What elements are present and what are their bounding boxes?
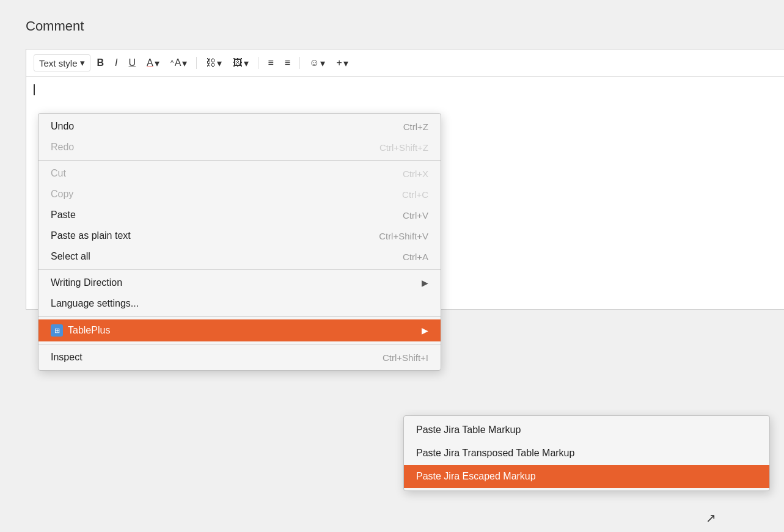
ctx-writing-direction-arrow: ▶ xyxy=(422,278,428,288)
ctx-copy-shortcut: Ctrl+C xyxy=(402,189,428,200)
ctx-writing-direction[interactable]: Writing Direction ▶ xyxy=(38,272,441,293)
more-button[interactable]: + ▾ xyxy=(332,55,352,71)
italic-button[interactable]: I xyxy=(111,55,122,71)
tableplus-submenu: Paste Jira Table Markup Paste Jira Trans… xyxy=(403,415,770,491)
ctx-paste-shortcut: Ctrl+V xyxy=(403,210,428,220)
link-button[interactable]: ⛓ ▾ xyxy=(202,55,226,71)
ctx-undo-label: Undo xyxy=(51,121,74,132)
sub-paste-jira-escaped[interactable]: Paste Jira Escaped Markup xyxy=(404,465,769,488)
ctx-tableplus-label-container: ⊞ TablePlus xyxy=(51,324,110,337)
link-chevron: ▾ xyxy=(217,57,222,69)
ordered-list-button[interactable]: ≡ xyxy=(280,55,295,71)
ctx-tableplus-label: TablePlus xyxy=(68,325,110,336)
ctx-paste-plain-shortcut: Ctrl+Shift+V xyxy=(379,231,428,241)
ctx-sep-2 xyxy=(38,269,441,270)
context-menu: Undo Ctrl+Z Redo Ctrl+Shift+Z Cut Ctrl+X… xyxy=(38,113,441,371)
image-button[interactable]: 🖼 ▾ xyxy=(229,55,253,71)
toolbar-divider-3 xyxy=(299,57,300,69)
ctx-paste[interactable]: Paste Ctrl+V xyxy=(38,205,441,225)
sub-paste-jira-transposed-label: Paste Jira Transposed Table Markup xyxy=(416,448,574,459)
text-style-dropdown[interactable]: Text style ▾ xyxy=(34,54,90,71)
mouse-cursor: ↗ xyxy=(706,511,716,525)
ctx-cut: Cut Ctrl+X xyxy=(38,163,441,184)
ctx-inspect[interactable]: Inspect Ctrl+Shift+I xyxy=(38,347,441,368)
ctx-cut-shortcut: Ctrl+X xyxy=(403,169,428,179)
toolbar-divider-1 xyxy=(196,57,197,69)
page-background: Comment Text style ▾ B I U A ▾ ᴬA xyxy=(0,0,784,532)
sub-paste-jira-transposed[interactable]: Paste Jira Transposed Table Markup xyxy=(404,442,769,465)
bold-button[interactable]: B xyxy=(93,55,109,71)
emoji-button[interactable]: ☺ ▾ xyxy=(305,55,329,71)
font-size-button[interactable]: ᴬA ▾ xyxy=(166,55,192,71)
ctx-paste-plain-label: Paste as plain text xyxy=(51,230,131,241)
ctx-inspect-label: Inspect xyxy=(51,352,82,363)
ctx-sep-4 xyxy=(38,344,441,344)
ctx-select-all-shortcut: Ctrl+A xyxy=(403,252,428,262)
ctx-redo-label: Redo xyxy=(51,142,74,153)
ctx-copy-label: Copy xyxy=(51,189,73,200)
ctx-copy: Copy Ctrl+C xyxy=(38,184,441,205)
font-size-chevron: ▾ xyxy=(182,57,187,69)
underline-button[interactable]: U xyxy=(125,55,141,71)
ctx-sep-1 xyxy=(38,160,441,161)
ctx-cut-label: Cut xyxy=(51,168,66,179)
comment-label: Comment xyxy=(26,18,84,34)
ctx-paste-label: Paste xyxy=(51,210,76,220)
image-chevron: ▾ xyxy=(244,57,249,69)
ctx-language-settings[interactable]: Language settings... xyxy=(38,293,441,314)
toolbar: Text style ▾ B I U A ▾ ᴬA ▾ ⛓ xyxy=(26,49,784,77)
sub-paste-jira-table-label: Paste Jira Table Markup xyxy=(416,425,521,435)
text-style-label: Text style xyxy=(39,58,78,68)
ctx-select-all[interactable]: Select all Ctrl+A xyxy=(38,246,441,267)
ctx-inspect-shortcut: Ctrl+Shift+I xyxy=(383,352,428,363)
sub-paste-jira-escaped-label: Paste Jira Escaped Markup xyxy=(416,471,536,482)
ctx-tableplus-arrow: ▶ xyxy=(422,326,428,335)
tableplus-icon: ⊞ xyxy=(51,324,63,337)
ctx-redo: Redo Ctrl+Shift+Z xyxy=(38,137,441,158)
ctx-undo-shortcut: Ctrl+Z xyxy=(403,122,428,132)
emoji-chevron: ▾ xyxy=(320,57,325,69)
text-cursor xyxy=(34,84,35,95)
ctx-language-settings-label: Language settings... xyxy=(51,298,139,309)
ctx-select-all-label: Select all xyxy=(51,251,90,262)
bullet-list-button[interactable]: ≡ xyxy=(263,55,277,71)
ctx-tableplus[interactable]: ⊞ TablePlus ▶ xyxy=(38,319,441,341)
ctx-redo-shortcut: Ctrl+Shift+Z xyxy=(379,142,428,153)
ctx-sep-3 xyxy=(38,316,441,317)
ctx-paste-plain[interactable]: Paste as plain text Ctrl+Shift+V xyxy=(38,225,441,246)
toolbar-divider-2 xyxy=(258,57,258,69)
text-style-chevron: ▾ xyxy=(80,57,85,68)
ctx-writing-direction-label: Writing Direction xyxy=(51,277,122,288)
more-chevron: ▾ xyxy=(343,57,348,69)
sub-paste-jira-table[interactable]: Paste Jira Table Markup xyxy=(404,418,769,442)
font-color-button[interactable]: A ▾ xyxy=(142,55,164,71)
ctx-undo[interactable]: Undo Ctrl+Z xyxy=(38,116,441,137)
font-color-chevron: ▾ xyxy=(155,57,159,69)
